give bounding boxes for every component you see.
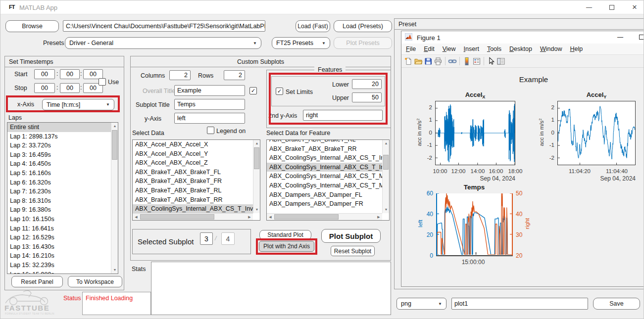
- minimize-button[interactable]: —: [585, 3, 594, 11]
- columns-field[interactable]: 2: [169, 70, 191, 80]
- menu-help[interactable]: Help: [568, 45, 585, 53]
- export-format-dropdown[interactable]: png▼: [396, 298, 446, 310]
- signal-list-item[interactable]: ABX_BrakeT_ABX_BrakeT_RR: [267, 144, 382, 154]
- insert-legend-icon[interactable]: [472, 56, 482, 66]
- signal-list-item[interactable]: ABX_Accel_ABX_Accel_Y: [133, 149, 253, 159]
- scroll-right-icon[interactable]: ▶: [375, 214, 382, 221]
- signal-list-item[interactable]: ABX_BrakeT_ABX_BrakeT_FR: [133, 177, 253, 186]
- temps-axes[interactable]: [436, 193, 513, 256]
- menu-tools[interactable]: Tools: [485, 45, 503, 53]
- subplot-title-field[interactable]: Temps: [174, 99, 245, 110]
- lap-list-item[interactable]: Lap 12: 16.529s: [7, 233, 111, 242]
- lap-list-item[interactable]: Lap 14: 16.210s: [7, 251, 111, 261]
- signal-list-item[interactable]: ABX_CoolingSys_Internal_ABX_CS_T_M: [267, 172, 382, 181]
- plot-with-2nd-axis-button[interactable]: Plot with 2nd Axis: [259, 241, 314, 252]
- figure-minimize-button[interactable]: —: [616, 33, 625, 41]
- rows-field[interactable]: 2: [224, 70, 245, 80]
- maximize-button[interactable]: [609, 5, 614, 10]
- menu-file[interactable]: File: [404, 45, 418, 53]
- scroll-left-icon[interactable]: ◀: [267, 214, 274, 221]
- signal-list-item[interactable]: ABX_CoolingSys_Internal_ABX_CS_T_Inv: [267, 163, 382, 172]
- select-data-vscrollbar[interactable]: ▲ ▼: [253, 140, 260, 213]
- signal-list-item[interactable]: ABX_BrakeT_ABX_BrakeT_FL: [133, 168, 253, 177]
- lap-list-item[interactable]: Lap 13: 16.430s: [7, 242, 111, 252]
- lap-list-item[interactable]: Lap 7: 16.230s: [7, 187, 111, 196]
- feature-hscrollbar[interactable]: ◀ ▶: [267, 213, 382, 220]
- upper-field[interactable]: 50: [352, 92, 382, 102]
- feature-data-listbox[interactable]: ABX_BrakeT_ABX_BrakeT_RLABX_BrakeT_ABX_B…: [266, 139, 390, 221]
- accely-axes[interactable]: [557, 101, 636, 165]
- open-file-icon[interactable]: [413, 56, 423, 66]
- lap-list-item[interactable]: Lap 9: 16.380s: [7, 205, 111, 215]
- figure-maximize-button[interactable]: [639, 35, 644, 40]
- signal-list-item[interactable]: ABX_Dampers_ABX_Damper_FL: [267, 190, 382, 200]
- plot-subplot-button[interactable]: Plot Subplot: [321, 229, 381, 243]
- lap-list-item[interactable]: Lap 2: 33.720s: [7, 141, 111, 150]
- lower-field[interactable]: 20: [352, 79, 382, 89]
- save-figure-icon[interactable]: [423, 56, 433, 66]
- lap-list-item[interactable]: Lap 3: 16.459s: [7, 150, 111, 160]
- scroll-up-icon[interactable]: ▲: [111, 123, 118, 130]
- overall-title-checkbox[interactable]: ✓: [249, 87, 257, 94]
- lap-list-item[interactable]: Lap 4: 16.450s: [7, 159, 111, 169]
- menu-edit[interactable]: Edit: [422, 45, 437, 53]
- y-axis-name-field[interactable]: left: [174, 113, 245, 124]
- signal-list-item[interactable]: ABX_Dampers_ABX_Damper_FR: [267, 199, 382, 209]
- signal-list-item[interactable]: ABX_BrakeT_ABX_BrakeT_RR: [133, 195, 253, 205]
- scroll-up-icon[interactable]: ▲: [383, 140, 390, 147]
- laps-scrollbar[interactable]: ▲ ▼: [111, 123, 118, 273]
- load-presets-button[interactable]: Load (Presets): [334, 20, 392, 32]
- lap-list-item[interactable]: Lap 8: 16.310s: [7, 196, 111, 206]
- lap-list-item[interactable]: Lap 10: 16.150s: [7, 215, 111, 224]
- to-workspace-button[interactable]: To Workspace: [68, 276, 122, 287]
- accelx-axes[interactable]: [435, 101, 515, 165]
- scroll-down-icon[interactable]: ▼: [111, 267, 118, 273]
- start-hour-field[interactable]: 00: [34, 69, 55, 79]
- print-figure-icon[interactable]: [433, 56, 443, 66]
- save-button[interactable]: Save: [593, 298, 640, 310]
- reset-panel-button[interactable]: Reset Panel: [11, 276, 63, 287]
- selected-subplot-field[interactable]: 3: [200, 232, 213, 245]
- scrollbar-thumb[interactable]: [383, 155, 389, 170]
- lap-list-item[interactable]: Lap 1: 2898.137s: [7, 132, 111, 141]
- browse-button[interactable]: Browse: [5, 20, 59, 32]
- new-figure-icon[interactable]: [403, 56, 413, 66]
- overall-title-field[interactable]: Example: [174, 85, 245, 96]
- stats-textarea[interactable]: [151, 262, 391, 315]
- scrollbar-thumb[interactable]: [112, 130, 117, 160]
- legend-checkbox[interactable]: [207, 127, 214, 134]
- reset-subplot-button[interactable]: Reset Subplot: [331, 246, 375, 256]
- menu-desktop[interactable]: Desktop: [507, 45, 534, 53]
- scroll-right-icon[interactable]: ▶: [246, 214, 253, 221]
- stop-hour-field[interactable]: 00: [34, 83, 55, 93]
- insert-colorbar-icon[interactable]: [462, 56, 472, 66]
- scrollbar-thumb[interactable]: [140, 214, 214, 220]
- link-plot-icon[interactable]: [447, 56, 457, 66]
- select-data-listbox[interactable]: ABX_Accel_ABX_Accel_XABX_Accel_ABX_Accel…: [132, 139, 260, 221]
- lap-list-item[interactable]: Lap 15: 32.239s: [7, 261, 111, 270]
- lap-list-item[interactable]: Lap 16: 15.980s: [7, 270, 111, 274]
- stop-minute-field[interactable]: 00: [60, 83, 80, 93]
- scroll-down-icon[interactable]: ▼: [383, 206, 390, 213]
- select-data-hscrollbar[interactable]: ◀ ▶: [133, 213, 253, 220]
- scroll-up-icon[interactable]: ▲: [253, 140, 260, 147]
- menu-insert[interactable]: Insert: [462, 45, 481, 53]
- path-input[interactable]: C:\Users\Vincent Chau\Documents\Fasttube…: [63, 20, 265, 32]
- property-editor-icon[interactable]: [496, 56, 506, 66]
- lap-list-item[interactable]: Lap 5: 16.160s: [7, 169, 111, 178]
- close-button[interactable]: ✕: [630, 3, 639, 11]
- preset-dropdown[interactable]: Driver - General▼: [65, 37, 261, 49]
- edit-plot-cursor-icon[interactable]: [486, 56, 496, 66]
- signal-list-item[interactable]: ABX_Accel_ABX_Accel_Z: [133, 158, 253, 168]
- scrollbar-thumb[interactable]: [254, 147, 259, 169]
- second-y-axis-field[interactable]: right: [303, 110, 383, 121]
- lap-list-item[interactable]: Entire stint: [7, 123, 111, 132]
- scroll-left-icon[interactable]: ◀: [133, 214, 140, 221]
- set-limits-checkbox[interactable]: ✓: [276, 88, 283, 95]
- feature-vscrollbar[interactable]: ▲ ▼: [382, 140, 389, 213]
- scroll-down-icon[interactable]: ▼: [253, 206, 260, 213]
- ft25-presets-dropdown[interactable]: FT25 Presets▼: [272, 37, 330, 49]
- signal-list-item[interactable]: ABX_BrakeT_ABX_BrakeT_RL: [267, 139, 382, 144]
- load-fast-button[interactable]: Load (Fast): [296, 20, 330, 32]
- menu-window[interactable]: Window: [538, 45, 564, 53]
